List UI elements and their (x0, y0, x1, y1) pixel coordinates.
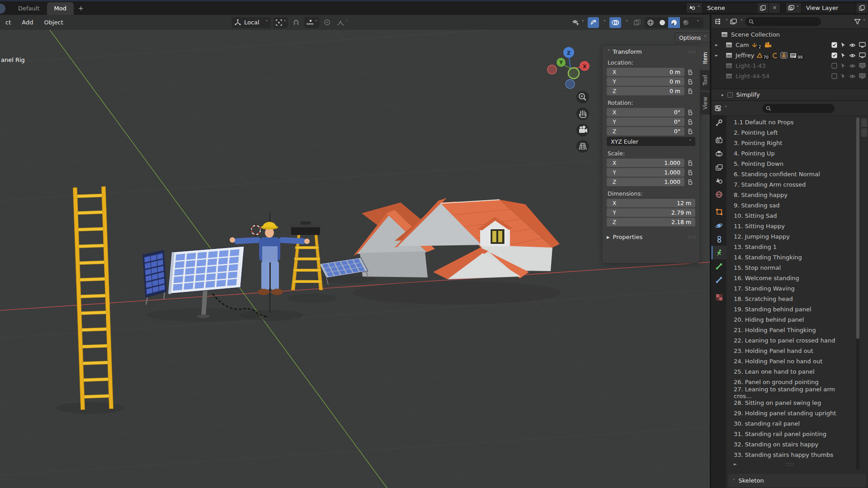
outliner-row-scene-collection[interactable]: Scene Collection (712, 29, 868, 40)
tab-item[interactable]: Item (700, 47, 711, 69)
view-layer-browse-button[interactable]: ˅ (786, 3, 802, 13)
shading-material-button[interactable] (668, 17, 680, 28)
rotation-mode-dropdown[interactable]: XYZ Euler ˅ (607, 137, 695, 146)
pose-list-item[interactable]: 33. Standing stairs happy thumbs (729, 450, 854, 460)
properties-tab-bone-constraint[interactable] (712, 273, 726, 286)
properties-tab-object[interactable] (712, 205, 726, 219)
properties-subpanel-header[interactable]: ▸ Properties (607, 234, 695, 240)
visibility-dropdown[interactable]: ˅ (570, 17, 586, 28)
pose-list-item[interactable]: 1.1 Default no Props (729, 117, 854, 127)
lock-button[interactable] (687, 88, 693, 94)
pose-list-item[interactable]: 6. Standing confident Normal (729, 169, 854, 179)
filter-icon[interactable] (854, 19, 861, 25)
scene-name-field[interactable]: Scene (703, 5, 757, 11)
pose-list-item[interactable]: 3. Pointing Right (729, 138, 854, 148)
pose-list-item[interactable]: 14. Standing Thingking (729, 252, 854, 263)
unlink-scene-button[interactable]: × (769, 3, 780, 13)
scale-x-field[interactable]: X1.000 (607, 159, 684, 167)
shading-solid-button[interactable] (656, 17, 668, 28)
expand-toggle[interactable]: ► (714, 43, 719, 47)
pose-list-item[interactable]: 18. Scratching head (729, 294, 854, 304)
expand-arrow-icon[interactable]: ► (734, 462, 737, 466)
options-dropdown[interactable]: Options ˅ (675, 33, 711, 43)
dimension-y-field[interactable]: Y2.79 m (607, 208, 695, 217)
panel-grip[interactable] (785, 463, 793, 466)
tab-tool[interactable]: Tool (700, 70, 711, 90)
overlays-dropdown[interactable]: ˅ (623, 17, 630, 28)
properties-tab-object-data[interactable] (712, 246, 726, 259)
location-x-field[interactable]: X0 m (607, 68, 684, 76)
expand-toggle[interactable]: ► (714, 53, 719, 57)
properties-editor-icon[interactable] (715, 105, 722, 112)
pose-list-item[interactable]: 24. Holding Panel no hand out (729, 356, 854, 366)
panel-grip[interactable] (687, 50, 695, 53)
proportional-falloff-dropdown[interactable]: ˅ (335, 17, 350, 28)
tab-view[interactable]: View (700, 92, 711, 114)
lock-button[interactable] (687, 69, 693, 75)
zoom-button[interactable] (576, 91, 589, 103)
pose-list-item[interactable]: 22. Leaning to panel crossed hand (729, 335, 854, 346)
pose-list-item[interactable]: 25. Lean one hand to panel (729, 366, 854, 377)
navigation-gizmo[interactable]: Z Y X (545, 35, 599, 89)
pose-list-item[interactable]: 9. Standing sad (729, 200, 854, 211)
pose-list-item[interactable]: 15. Stop normal (729, 263, 854, 273)
rotation-x-field[interactable]: X0° (607, 108, 684, 117)
outliner-row-cam[interactable]: ►Cam2 (712, 40, 868, 50)
gizmo-minus-y-axis[interactable] (568, 68, 579, 79)
snap-settings-dropdown[interactable]: ˅ (304, 17, 319, 28)
menu-add[interactable]: Add (16, 19, 38, 26)
hide-eye-icon[interactable] (849, 42, 856, 48)
properties-tab-physics[interactable] (712, 219, 726, 232)
outliner-search-input[interactable] (745, 17, 821, 26)
workspace-tab-mod[interactable]: Mod (47, 2, 74, 15)
disable-viewport-icon[interactable] (859, 42, 866, 48)
pose-list-item[interactable]: 20. Hiding behind panel (729, 314, 854, 325)
properties-tab-tool[interactable] (712, 116, 726, 129)
gizmo-minus-x-axis[interactable] (547, 65, 557, 74)
pose-list-item[interactable]: 13. Standing 1 (729, 242, 854, 252)
properties-tab-world[interactable] (712, 188, 726, 201)
pan-button[interactable] (576, 108, 589, 120)
properties-tab-output[interactable] (712, 147, 726, 160)
new-scene-button[interactable] (757, 3, 769, 13)
dimension-z-field[interactable]: Z2.18 m (607, 218, 695, 226)
hide-eye-icon[interactable] (849, 74, 856, 79)
pivot-point-dropdown[interactable]: ˅ (274, 17, 288, 28)
outliner-row-jeffrey[interactable]: ►Jeffrey7099 (712, 50, 868, 61)
rotation-z-field[interactable]: Z0° (607, 127, 684, 136)
workspace-tab-default[interactable]: Default (11, 2, 47, 15)
pose-list-item[interactable]: 7. Standing Arm crossed (729, 179, 854, 190)
proportional-editing-toggle[interactable] (322, 17, 332, 28)
selectable-icon[interactable] (840, 63, 846, 69)
exclude-checkbox[interactable] (831, 42, 837, 48)
pose-list-item[interactable]: 19. Standing behind panel (729, 304, 854, 314)
properties-tab-view-layer[interactable] (712, 160, 726, 174)
lock-button[interactable] (687, 79, 693, 85)
small-solar-panel-object[interactable] (143, 250, 166, 305)
add-workspace-button[interactable]: + (74, 2, 88, 15)
pose-list-item[interactable]: 12. Jumping Happy (729, 231, 854, 242)
pose-list-item[interactable]: 23. Holding Panel hand out (729, 346, 854, 356)
scene-browse-button[interactable]: ˅ (686, 3, 703, 13)
lock-button[interactable] (687, 128, 693, 135)
exclude-checkbox[interactable] (831, 73, 837, 79)
pose-list-item[interactable]: 27. Leaning to standing panel arm cros..… (729, 387, 854, 398)
pose-list-item[interactable]: 31. Standing rail panel pointing (729, 429, 854, 439)
camera-view-button[interactable] (576, 124, 589, 136)
outliner-editor-icon[interactable] (714, 18, 722, 25)
properties-search-input[interactable] (762, 104, 835, 113)
scale-z-field[interactable]: Z1.000 (607, 178, 684, 186)
pose-list-item[interactable]: 21. Holding Panel Thingking (729, 325, 854, 335)
scale-y-field[interactable]: Y1.000 (607, 168, 684, 177)
simplify-panel-header[interactable]: ▸ Simplify (712, 89, 868, 101)
gizmos-toggle[interactable] (588, 17, 599, 28)
pose-list-item[interactable]: 8. Standing happy (729, 190, 854, 200)
overlays-toggle[interactable] (609, 17, 621, 28)
simplify-checkbox[interactable] (727, 92, 733, 98)
gizmo-minus-z-axis[interactable] (566, 80, 575, 89)
list-remove-button[interactable] (861, 128, 867, 137)
selectable-icon[interactable] (840, 42, 846, 48)
skeleton-panel-header[interactable]: ˅ Skeleton (728, 474, 866, 487)
new-view-layer-button[interactable] (856, 3, 868, 13)
pose-list-item[interactable]: 17. Standing Waving (729, 283, 854, 294)
